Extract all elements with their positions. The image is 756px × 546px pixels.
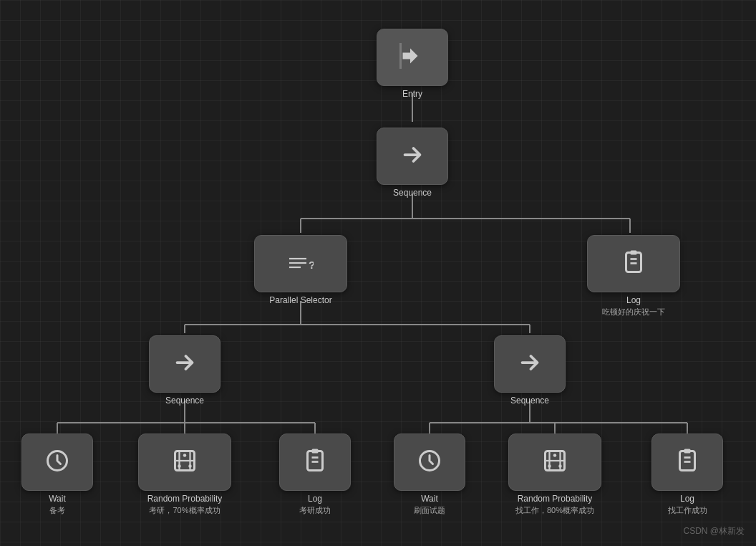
log1-icon [302,448,328,477]
node-random1[interactable]: Random Probability 考研，70%概率成功 [138,434,231,516]
svg-text:?: ? [309,259,314,271]
random1-label: Random Probability [147,494,223,504]
log1-sublabel: 考研成功 [299,505,331,516]
random2-sublabel: 找工作，80%概率成功 [515,505,594,516]
node-log-top[interactable]: Log 吃顿好的庆祝一下 [587,235,680,317]
random2-icon [542,448,568,477]
sequence3-icon [517,350,543,379]
log-top-label: Log [626,295,641,305]
parallel-selector-icon: ? [288,249,314,279]
svg-point-40 [188,464,192,468]
svg-rect-41 [308,451,323,470]
svg-rect-29 [626,252,641,272]
sequence2-icon [172,350,198,379]
wait2-sublabel: 刷面试题 [414,505,445,516]
random2-label: Random Probability [518,494,593,504]
node-parallel-selector[interactable]: ? Parallel Selector [254,235,347,305]
node-random2[interactable]: Random Probability 找工作，80%概率成功 [508,434,601,516]
node-log1[interactable]: Log 考研成功 [279,434,351,516]
random1-icon [172,448,198,477]
svg-point-39 [178,464,181,468]
svg-rect-56 [684,449,691,453]
svg-point-51 [548,464,551,468]
log-top-icon [621,249,646,279]
log2-icon [674,448,700,477]
svg-point-38 [183,454,187,457]
node-sequence2[interactable]: Sequence [149,335,220,406]
wait2-icon [417,448,442,477]
svg-point-50 [553,454,557,457]
entry-label: Entry [402,89,422,99]
svg-rect-24 [399,43,402,69]
sequence1-icon [399,142,425,171]
wait1-icon [44,448,70,477]
log2-sublabel: 找工作成功 [668,505,707,516]
svg-rect-53 [680,451,695,470]
node-entry[interactable]: Entry [377,29,448,99]
sequence3-label: Sequence [510,396,549,406]
log1-label: Log [308,494,322,504]
log2-label: Log [680,494,694,504]
node-sequence3[interactable]: Sequence [494,335,566,406]
wait2-label: Wait [421,494,438,504]
svg-rect-32 [631,250,637,254]
sequence1-label: Sequence [393,188,432,198]
entry-icon [399,43,425,72]
node-wait2[interactable]: Wait 刷面试题 [394,434,465,516]
watermark: CSDN @林新发 [683,525,745,537]
node-sequence1[interactable]: Sequence [377,128,448,198]
node-wait1[interactable]: Wait 备考 [21,434,93,516]
sequence2-label: Sequence [165,396,204,406]
svg-rect-44 [312,449,319,453]
wait1-label: Wait [49,494,66,504]
random1-sublabel: 考研，70%概率成功 [149,505,220,516]
node-log2[interactable]: Log 找工作成功 [651,434,723,516]
svg-point-52 [558,464,562,468]
parallel-selector-label: Parallel Selector [269,295,331,305]
log-top-sublabel: 吃顿好的庆祝一下 [602,307,665,317]
wait1-sublabel: 备考 [49,505,65,516]
